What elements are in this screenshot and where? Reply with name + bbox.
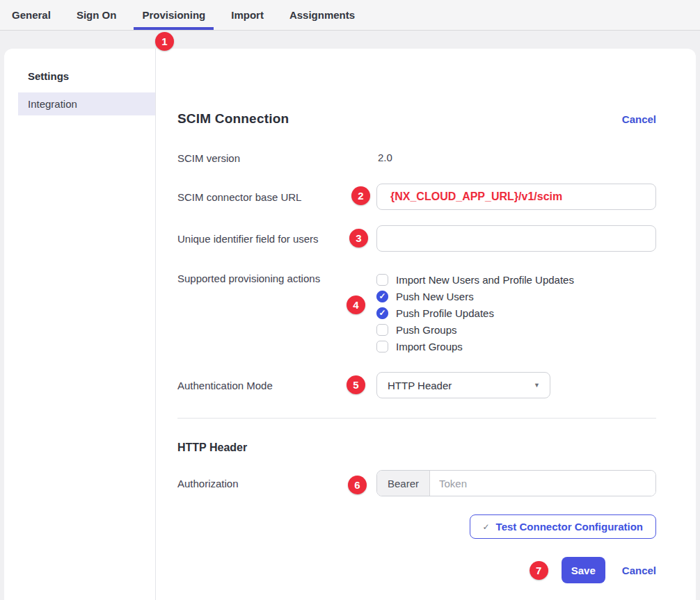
check-icon: ✓ — [483, 522, 490, 532]
token-input[interactable] — [430, 471, 655, 496]
scim-version-label: SCIM version — [177, 152, 376, 165]
test-connector-row: ✓ Test Connector Configuration — [177, 514, 656, 539]
checkbox-row-push-groups[interactable]: Push Groups — [376, 321, 656, 338]
checkbox-row-import-new-users[interactable]: Import New Users and Profile Updates — [376, 271, 656, 288]
checkbox-import-groups[interactable] — [376, 341, 388, 352]
checkbox-row-import-groups[interactable]: Import Groups — [376, 338, 656, 355]
authorization-row: Authorization 6 Bearer — [177, 470, 656, 496]
tab-general[interactable]: General — [12, 0, 51, 30]
annotation-badge-1: 1 — [155, 32, 174, 51]
bearer-prefix: Bearer — [377, 471, 430, 496]
annotation-badge-5: 5 — [347, 375, 365, 394]
unique-id-row: Unique identifier field for users 3 — [177, 225, 656, 252]
scim-version-value: 2.0 — [376, 152, 392, 163]
section-divider — [177, 418, 656, 419]
checkbox-row-push-new-users[interactable]: Push New Users — [376, 288, 656, 305]
authorization-input-group: Bearer — [376, 470, 656, 496]
checkbox-label: Push Profile Updates — [396, 307, 494, 319]
annotation-badge-6: 6 — [348, 476, 367, 494]
authorization-label: Authorization — [177, 470, 376, 490]
test-connector-button-label: Test Connector Configuration — [496, 521, 643, 533]
settings-sidebar: Settings Integration — [4, 49, 156, 600]
cancel-button-bottom[interactable]: Cancel — [622, 565, 656, 576]
chevron-down-icon: ▼ — [534, 382, 540, 389]
http-header-section-heading: HTTP Header — [177, 441, 656, 454]
auth-mode-row: Authentication Mode 5 HTTP Header ▼ — [177, 372, 656, 398]
unique-id-label: Unique identifier field for users — [177, 225, 376, 245]
checkbox-label: Import New Users and Profile Updates — [396, 274, 574, 286]
tab-assignments[interactable]: Assignments — [289, 0, 355, 30]
annotation-badge-4: 4 — [347, 295, 365, 314]
scim-connection-panel: SCIM Connection Cancel SCIM version 2.0 … — [156, 49, 696, 600]
checkbox-row-push-profile-updates[interactable]: Push Profile Updates — [376, 305, 656, 321]
test-connector-button[interactable]: ✓ Test Connector Configuration — [470, 514, 656, 539]
panel-header: SCIM Connection Cancel — [177, 111, 656, 127]
provisioning-actions-row: Supported provisioning actions 4 Import … — [177, 270, 656, 355]
tab-provisioning[interactable]: Provisioning — [142, 0, 205, 30]
annotation-badge-7: 7 — [530, 561, 548, 580]
provisioning-card: Settings Integration SCIM Connection Can… — [4, 49, 696, 600]
tab-sign-on[interactable]: Sign On — [77, 0, 117, 30]
sidebar-item-integration[interactable]: Integration — [18, 92, 155, 115]
page-title: SCIM Connection — [177, 111, 289, 127]
base-url-label: SCIM connector base URL — [177, 184, 376, 204]
checkbox-label: Import Groups — [396, 341, 463, 352]
unique-id-input[interactable] — [376, 225, 656, 252]
tab-import[interactable]: Import — [231, 0, 264, 30]
checkbox-push-groups[interactable] — [376, 324, 388, 336]
checkbox-push-new-users[interactable] — [376, 291, 388, 302]
sidebar-heading: Settings — [4, 65, 155, 87]
base-url-row: SCIM connector base URL 2 — [177, 184, 656, 210]
auth-mode-select[interactable]: HTTP Header ▼ — [376, 372, 550, 398]
form-actions-row: 7 Save Cancel — [177, 557, 656, 583]
save-button[interactable]: Save — [562, 557, 605, 583]
annotation-badge-2: 2 — [351, 186, 370, 205]
checkbox-label: Push Groups — [396, 324, 457, 336]
checkbox-push-profile-updates[interactable] — [376, 307, 388, 319]
base-url-input[interactable] — [376, 184, 656, 210]
app-tab-bar: General Sign On Provisioning Import Assi… — [0, 0, 700, 31]
cancel-link-top[interactable]: Cancel — [622, 113, 656, 125]
provisioning-actions-label: Supported provisioning actions — [177, 270, 376, 285]
auth-mode-selected-value: HTTP Header — [388, 380, 452, 391]
scim-version-row: SCIM version 2.0 — [177, 152, 656, 165]
checkbox-label: Push New Users — [396, 291, 474, 302]
annotation-badge-3: 3 — [349, 229, 368, 248]
checkbox-import-new-users[interactable] — [376, 274, 388, 286]
